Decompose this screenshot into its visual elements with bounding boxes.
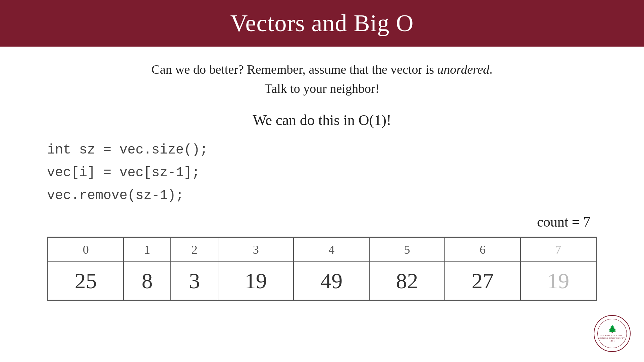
table-cell-0: 25 [48,262,123,300]
table-header-4: 4 [293,238,369,262]
main-content: Can we do better? Remember, assume that … [0,47,644,301]
vector-table: 0 1 2 3 4 5 6 7 25 8 3 19 49 82 [48,237,596,300]
intro-line2: Talk to your neighbor! [265,81,379,96]
table-header-6: 6 [445,238,520,262]
table-header-1: 1 [123,238,171,262]
table-cell-4: 49 [293,262,369,300]
stanford-seal: 🌲 LELAND STANFORDJUNIOR UNIVERSITY1891 [594,315,631,352]
table-cell-7: 19 [521,262,596,300]
table-header-7: 7 [521,238,596,262]
header: Vectors and Big O [0,0,644,47]
code-block: int sz = vec.size(); vec[i] = vec[sz-1];… [47,139,617,207]
table-header-row: 0 1 2 3 4 5 6 7 [48,238,596,262]
code-line-2: vec[i] = vec[sz-1]; [47,162,617,184]
table-cell-6: 27 [445,262,520,300]
table-cell-1: 8 [123,262,171,300]
vector-table-wrapper: 0 1 2 3 4 5 6 7 25 8 3 19 49 82 [47,237,597,301]
count-label: count = 7 [27,214,590,230]
seal-circle: 🌲 LELAND STANFORDJUNIOR UNIVERSITY1891 [594,315,631,352]
page-title: Vectors and Big O [230,10,414,37]
code-line-1: int sz = vec.size(); [47,139,617,162]
intro-text: Can we do better? Remember, assume that … [27,60,617,98]
table-header-2: 2 [171,238,218,262]
code-line-3: vec.remove(sz-1); [47,184,617,207]
table-cell-2: 3 [171,262,218,300]
seal-text: LELAND STANFORDJUNIOR UNIVERSITY1891 [599,334,625,342]
table-cell-5: 82 [369,262,445,300]
o1-statement: We can do this in O(1)! [27,112,617,129]
table-header-5: 5 [369,238,445,262]
table-header-0: 0 [48,238,123,262]
table-cell-3: 19 [218,262,293,300]
table-data-row: 25 8 3 19 49 82 27 19 [48,262,596,300]
seal-tree-icon: 🌲 [608,325,617,334]
table-header-3: 3 [218,238,293,262]
intro-line1: Can we do better? Remember, assume that … [151,62,492,76]
seal-inner: 🌲 LELAND STANFORDJUNIOR UNIVERSITY1891 [597,319,627,348]
